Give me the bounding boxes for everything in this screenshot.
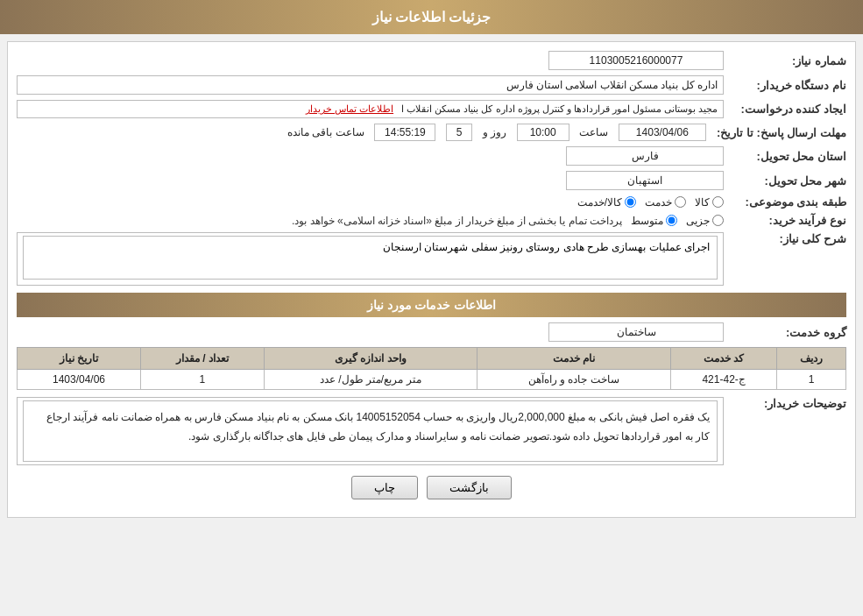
category-radio-kala[interactable]	[712, 196, 724, 208]
category-radio-both[interactable]	[625, 196, 636, 208]
deadline-label: مهلت ارسال پاسخ: تا تاریخ:	[710, 126, 846, 139]
category-khedmat-label: خدمت	[645, 196, 672, 209]
cell-quantity: 1	[140, 370, 264, 390]
buyer-org-value: اداره کل بنیاد مسکن انقلاب اسلامی استان …	[17, 75, 724, 95]
city-label: شهر محل تحویل:	[724, 174, 846, 188]
col-service-name: نام خدمت	[477, 348, 670, 370]
cell-date: 1403/04/06	[18, 370, 141, 390]
order-number-value: 1103005216000077	[548, 51, 724, 70]
category-radio-group: کالا خدمت کالا/خدمت	[17, 196, 724, 209]
purchase-type-row: نوع فرآیند خرید: جزیی متوسط پرداخت تمام …	[17, 214, 846, 227]
category-both-label: کالا/خدمت	[577, 196, 622, 209]
buyer-desc-text: یک فقره اصل فیش بانکی به مبلغ 2,000,000ر…	[23, 400, 718, 462]
print-button[interactable]: چاپ	[351, 476, 418, 499]
main-wrapper: شماره نیاز: 1103005216000077 نام دستگاه …	[7, 41, 856, 518]
col-row-num: ردیف	[777, 348, 846, 370]
page-title: جزئیات اطلاعات نیاز	[372, 10, 492, 25]
description-value	[17, 232, 724, 286]
province-value: فارس	[566, 146, 724, 166]
service-group-label: گروه خدمت:	[724, 326, 846, 339]
deadline-time: 10:00	[517, 124, 569, 141]
category-label: طبقه بندی موضوعی:	[724, 195, 846, 209]
buyer-desc-row: توضیحات خریدار: یک فقره اصل فیش بانکی به…	[17, 397, 846, 465]
category-option-kala[interactable]: کالا	[695, 196, 724, 209]
order-number-row: شماره نیاز: 1103005216000077	[17, 51, 846, 70]
col-quantity: تعداد / مقدار	[140, 348, 264, 370]
purchase-note: پرداخت تمام یا بخشی از مبلغ خریدار از مب…	[292, 215, 622, 227]
province-row: استان محل تحویل: فارس	[17, 146, 846, 166]
requester-value: مجید بوستانی مسئول امور قراردادها و کنتر…	[17, 100, 724, 118]
table-row: 1 ج-42-421 ساخت جاده و راه‌آهن متر مربع/…	[18, 370, 846, 390]
table-header-row: ردیف کد خدمت نام خدمت واحد اندازه گیری ت…	[18, 348, 846, 370]
deadline-row: مهلت ارسال پاسخ: تا تاریخ: 1403/04/06 سا…	[17, 124, 846, 141]
category-kala-label: کالا	[695, 196, 710, 209]
category-radio-khedmat[interactable]	[675, 196, 686, 208]
purchase-type-label: نوع فرآیند خرید:	[724, 214, 846, 227]
order-number-label: شماره نیاز:	[724, 54, 846, 67]
buyer-org-row: نام دستگاه خریدار: اداره کل بنیاد مسکن ا…	[17, 75, 846, 95]
deadline-remaining-label: ساعت باقی مانده	[287, 126, 364, 138]
city-value: استهبان	[566, 171, 724, 190]
city-row: شهر محل تحویل: استهبان	[17, 171, 846, 190]
deadline-date: 1403/04/06	[619, 124, 706, 141]
service-group-value: ساختمان	[548, 322, 724, 342]
description-textarea[interactable]	[23, 236, 718, 280]
page-container: جزئیات اطلاعات نیاز شماره نیاز: 11030052…	[0, 0, 863, 616]
deadline-days-label: روز و	[483, 126, 506, 138]
deadline-remaining: 14:55:19	[374, 124, 435, 141]
purchase-option-motavasset[interactable]: متوسط	[631, 215, 677, 227]
requester-row: ایجاد کننده درخواست: مجید بوستانی مسئول …	[17, 100, 846, 118]
cell-row-num: 1	[777, 370, 846, 390]
page-header: جزئیات اطلاعات نیاز	[0, 0, 863, 34]
purchase-jozi-label: جزیی	[686, 215, 710, 227]
category-option-khedmat[interactable]: خدمت	[645, 196, 686, 209]
buyer-desc-label: توضیحات خریدار:	[724, 397, 846, 410]
purchase-option-jozi[interactable]: جزیی	[686, 215, 724, 227]
buyer-desc-value: یک فقره اصل فیش بانکی به مبلغ 2,000,000ر…	[17, 397, 724, 465]
buyer-org-label: نام دستگاه خریدار:	[724, 79, 846, 92]
deadline-time-label: ساعت	[579, 126, 608, 138]
col-service-code: کد خدمت	[670, 348, 776, 370]
services-table: ردیف کد خدمت نام خدمت واحد اندازه گیری ت…	[17, 347, 846, 390]
purchase-radio-motavasset[interactable]	[666, 215, 677, 226]
requester-label: ایجاد کننده درخواست:	[724, 103, 846, 116]
description-label: شرح کلی نیاز:	[724, 232, 846, 245]
contact-link[interactable]: اطلاعات تماس خریدار	[306, 103, 393, 114]
description-row: شرح کلی نیاز:	[17, 232, 846, 286]
cell-unit: متر مربع/متر طول/ عدد	[264, 370, 477, 390]
deadline-days: 5	[446, 124, 472, 141]
purchase-radio-jozi[interactable]	[712, 215, 724, 226]
col-unit: واحد اندازه گیری	[264, 348, 477, 370]
services-section-header: اطلاعات خدمات مورد نیاز	[17, 293, 846, 317]
button-row: بازگشت چاپ	[17, 476, 846, 499]
back-button[interactable]: بازگشت	[427, 476, 512, 499]
category-row: طبقه بندی موضوعی: کالا خدمت کالا/خدمت	[17, 195, 846, 209]
service-group-row: گروه خدمت: ساختمان	[17, 322, 846, 342]
purchase-type-radio-group: جزیی متوسط پرداخت تمام یا بخشی از مبلغ خ…	[17, 215, 724, 227]
province-label: استان محل تحویل:	[724, 150, 846, 163]
cell-service-name: ساخت جاده و راه‌آهن	[477, 370, 670, 390]
col-date: تاریخ نیاز	[18, 348, 141, 370]
cell-service-code: ج-42-421	[670, 370, 776, 390]
purchase-motavasset-label: متوسط	[631, 215, 663, 227]
category-option-both[interactable]: کالا/خدمت	[577, 196, 636, 209]
